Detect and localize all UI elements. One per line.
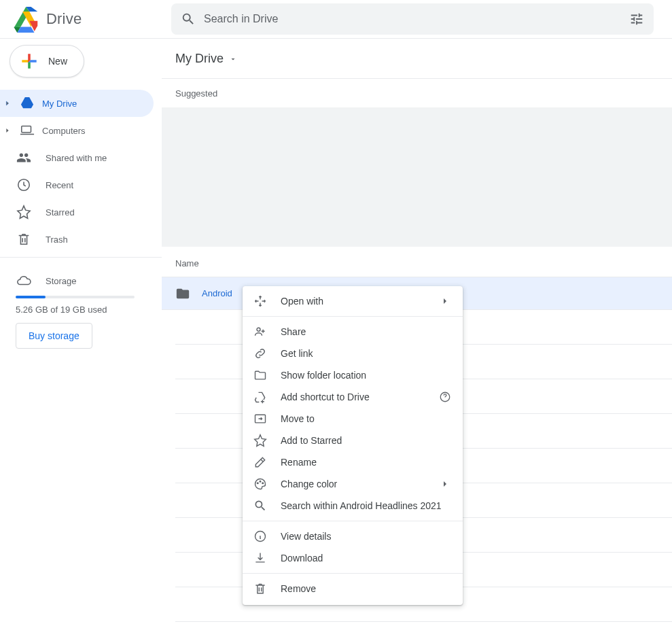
search-icon [253, 499, 267, 513]
caret-right-icon [4, 127, 11, 134]
star-icon [253, 434, 267, 447]
shortcut-icon [253, 390, 267, 404]
ctx-add-shortcut[interactable]: Add shortcut to Drive [243, 386, 463, 408]
svg-point-5 [257, 483, 258, 484]
storage-section: Storage 5.26 GB of 19 GB used Buy storag… [0, 267, 162, 349]
file-name: Android [202, 288, 232, 298]
mydrive-icon [19, 96, 35, 111]
divider [162, 78, 672, 79]
remove-icon [253, 582, 267, 595]
divider [243, 316, 463, 317]
download-icon [253, 551, 267, 565]
ctx-label: View details [281, 531, 452, 542]
move-icon [253, 412, 267, 426]
ctx-label: Open with [281, 296, 425, 307]
starred-icon [16, 205, 32, 220]
ctx-label: Move to [281, 413, 452, 424]
sidebar-item-shared[interactable]: Shared with me [0, 144, 154, 171]
ctx-move-to[interactable]: Move to [243, 408, 463, 430]
cloud-icon [16, 273, 32, 288]
context-menu: Open with Share Get link Show folder loc… [243, 286, 463, 605]
search-input[interactable] [204, 13, 621, 25]
sidebar-item-label: Shared with me [46, 153, 107, 163]
sidebar-item-label: Computers [42, 126, 86, 136]
sidebar-item-label: My Drive [42, 99, 77, 109]
name-header: Name [162, 258, 672, 268]
sidebar-item-starred[interactable]: Starred [0, 198, 154, 226]
info-icon [253, 530, 267, 543]
divider [0, 257, 162, 258]
sidebar-item-storage[interactable]: Storage [16, 267, 162, 294]
suggested-panel [162, 107, 672, 247]
sidebar-item-mydrive[interactable]: My Drive [0, 90, 154, 117]
logo-area[interactable]: Drive [8, 5, 161, 33]
ctx-label: Add shortcut to Drive [281, 392, 425, 402]
header: Drive [0, 0, 672, 39]
sidebar-item-recent[interactable]: Recent [0, 171, 154, 198]
divider [243, 521, 463, 521]
svg-point-6 [260, 481, 261, 482]
ctx-label: Remove [281, 583, 452, 594]
ctx-get-link[interactable]: Get link [243, 343, 463, 364]
computers-icon [19, 123, 35, 138]
ctx-label: Download [281, 553, 452, 564]
ctx-remove[interactable]: Remove [243, 578, 463, 600]
sidebar-item-label: Trash [46, 235, 68, 245]
new-button-label: New [48, 56, 67, 67]
divider [243, 573, 463, 574]
palette-icon [253, 477, 267, 491]
drive-logo-icon [12, 5, 39, 33]
sidebar-item-label: Recent [46, 180, 73, 190]
storage-bar [16, 296, 135, 298]
svg-point-7 [262, 483, 264, 484]
sidebar-item-computers[interactable]: Computers [0, 117, 154, 144]
open-with-icon [253, 294, 267, 308]
dropdown-icon [229, 55, 237, 63]
sidebar-item-label: Storage [46, 276, 77, 286]
sidebar-item-label: Starred [46, 207, 75, 218]
ctx-label: Share [281, 326, 452, 337]
svg-point-2 [257, 328, 260, 331]
app-title: Drive [46, 10, 82, 28]
folder-icon [175, 286, 190, 301]
rename-icon [253, 455, 267, 469]
trash-icon [16, 232, 32, 247]
ctx-label: Change color [281, 479, 425, 489]
chevron-right-icon [438, 479, 452, 489]
breadcrumb-title: My Drive [175, 52, 224, 66]
chevron-right-icon [438, 296, 452, 307]
ctx-rename[interactable]: Rename [243, 451, 463, 473]
new-button[interactable]: New [10, 45, 84, 77]
ctx-change-color[interactable]: Change color [243, 473, 463, 495]
breadcrumb[interactable]: My Drive [162, 52, 672, 66]
sidebar: New My Drive Computers Shared with me Re… [0, 39, 162, 624]
storage-bar-fill [16, 296, 46, 298]
ctx-view-details[interactable]: View details [243, 525, 463, 547]
svg-rect-0 [22, 126, 31, 133]
ctx-add-starred[interactable]: Add to Starred [243, 430, 463, 451]
ctx-label: Get link [281, 348, 452, 359]
sidebar-item-trash[interactable]: Trash [0, 226, 154, 253]
ctx-label: Search within Android Headlines 2021 [281, 500, 452, 511]
link-icon [253, 347, 267, 360]
ctx-download[interactable]: Download [243, 547, 463, 569]
folder-outline-icon [253, 368, 267, 382]
caret-right-icon [4, 100, 11, 107]
shared-icon [16, 150, 32, 165]
search-options-icon[interactable] [629, 12, 644, 27]
search-bar[interactable] [171, 3, 654, 35]
ctx-share[interactable]: Share [243, 321, 463, 343]
storage-used-text: 5.26 GB of 19 GB used [16, 305, 162, 315]
ctx-show-folder[interactable]: Show folder location [243, 364, 463, 386]
ctx-open-with[interactable]: Open with [243, 290, 463, 312]
share-icon [253, 325, 267, 339]
buy-storage-button[interactable]: Buy storage [16, 323, 92, 349]
ctx-search-within[interactable]: Search within Android Headlines 2021 [243, 495, 463, 517]
search-icon [181, 12, 196, 27]
help-icon[interactable] [438, 391, 452, 403]
ctx-label: Add to Starred [281, 435, 452, 446]
ctx-label: Show folder location [281, 370, 452, 381]
recent-icon [16, 177, 32, 192]
suggested-label: Suggested [162, 88, 672, 99]
plus-icon [18, 50, 40, 72]
